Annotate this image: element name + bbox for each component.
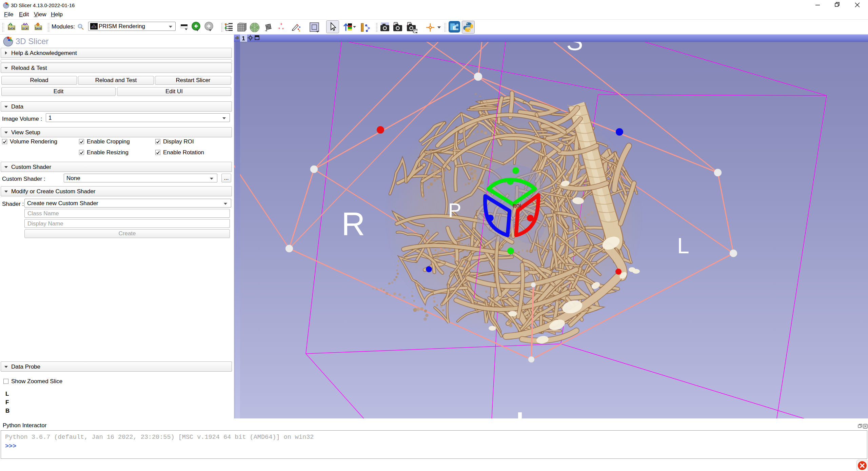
- svg-text:1: 1: [242, 35, 245, 42]
- svg-text:DCM: DCM: [23, 27, 28, 30]
- svg-text:DATA: DATA: [8, 27, 14, 30]
- svg-text:P: P: [448, 199, 461, 221]
- svg-text:L: L: [677, 234, 689, 258]
- svg-text:R: R: [341, 206, 365, 242]
- svg-text:SAVE: SAVE: [35, 27, 41, 30]
- svg-text:ROI: ROI: [513, 203, 521, 209]
- svg-text:E: E: [453, 25, 456, 31]
- svg-text:*: *: [278, 26, 280, 32]
- svg-text:*: *: [282, 27, 284, 32]
